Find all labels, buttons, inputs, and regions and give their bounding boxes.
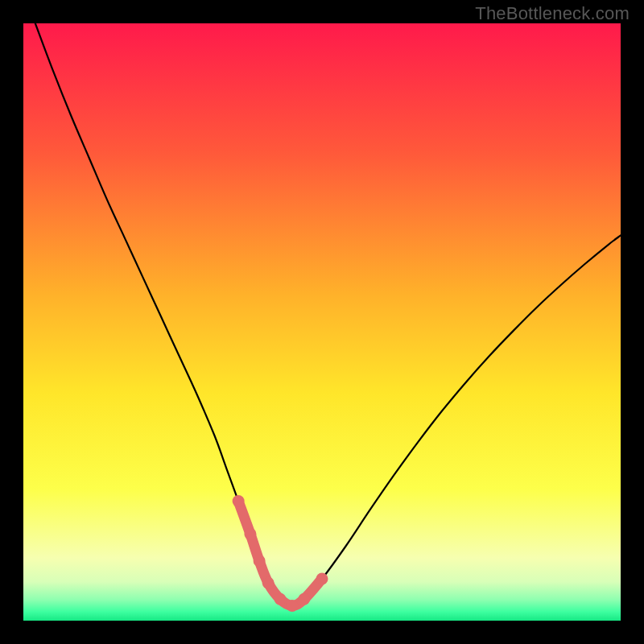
chart-plot-area (23, 23, 621, 621)
chart-frame: TheBottleneck.com (0, 0, 644, 644)
highlight-dot (298, 593, 310, 605)
highlight-dot (254, 555, 266, 567)
highlight-dot (233, 495, 245, 507)
highlight-dot (286, 600, 298, 612)
highlight-dot (316, 573, 328, 585)
chart-svg (23, 23, 621, 621)
highlight-dot (244, 528, 256, 540)
watermark-text: TheBottleneck.com (475, 3, 630, 24)
chart-background (23, 23, 621, 621)
highlight-dot (275, 593, 287, 605)
highlight-dot (262, 577, 275, 589)
